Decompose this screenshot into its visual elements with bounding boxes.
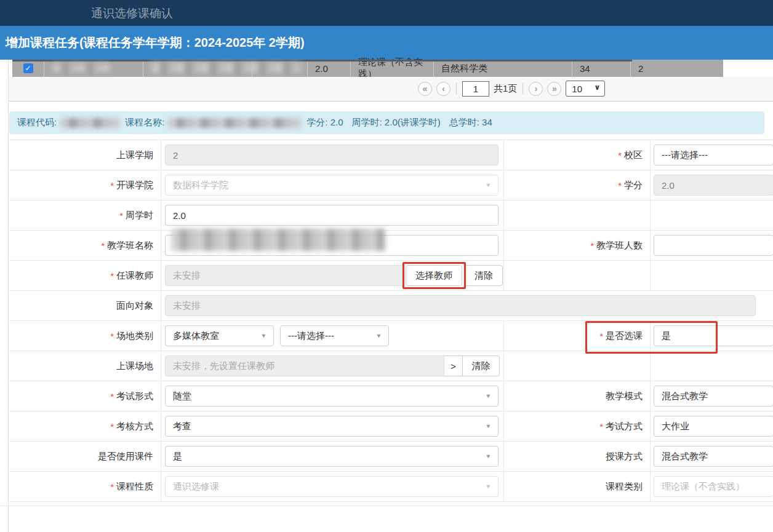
form-row-college-credit: *开课学院 数据科学学院▼ *学分 2.0 — [9, 170, 773, 200]
checkmark-icon: ✓ — [25, 65, 31, 72]
weekly-hours-input[interactable]: 2.0 — [165, 205, 499, 226]
required-marker: * — [618, 150, 622, 161]
course-type-cell: 理论课（不含实践） — [351, 60, 434, 77]
credit-cell: 2.0 — [308, 60, 351, 77]
exam-method-select[interactable]: 大作业 — [654, 416, 773, 437]
semester-cell: 2 — [631, 60, 723, 77]
venue-expand-button[interactable]: > — [444, 355, 463, 376]
dropdown-arrow-icon: ▼ — [260, 333, 266, 339]
venue-clear-button[interactable]: 清除 — [463, 355, 500, 376]
delivery-method-select[interactable]: 混合式教学 — [654, 446, 773, 467]
course-code-label: 课程代码: — [17, 117, 57, 129]
required-marker: * — [618, 180, 622, 191]
page-size-select[interactable]: 10 ∨ — [566, 81, 605, 97]
class-name-label: 教学班名称 — [107, 240, 153, 252]
form-row-exam-form-teaching-mode: *考试形式 随堂▼ 教学模式 混合式教学 — [9, 381, 773, 411]
prev-page-icon: ‹ — [442, 84, 445, 93]
required-marker: * — [119, 210, 123, 221]
last-page-button[interactable]: » — [547, 82, 561, 96]
required-marker: * — [110, 271, 114, 281]
teaching-mode-select[interactable]: 混合式教学 — [654, 386, 773, 407]
pagination: « ‹ 共1页 › » 10 ∨ — [418, 81, 605, 97]
form-row-class-name-size: *教学班名称 *教学班人数 — [9, 231, 773, 261]
audience-input: 未安排 — [165, 295, 756, 316]
exam-method-label: 考试方式 — [606, 421, 643, 432]
venue-type-select-2[interactable]: ---请选择---▼ — [280, 325, 389, 346]
table-top-border — [12, 60, 632, 62]
row-checkbox-cell: ✓ — [12, 60, 44, 77]
app-topbar: 通识选修课确认 — [0, 0, 773, 26]
weekly-hours-text: 周学时: 2.0(讲课学时) — [352, 117, 441, 129]
next-page-button[interactable]: › — [529, 82, 543, 96]
course-category-label: 课程类别 — [606, 481, 643, 493]
audience-label: 面向对象 — [116, 300, 153, 312]
page-size-value: 10 — [572, 84, 582, 94]
course-name-label: 课程名称: — [125, 117, 164, 129]
total-hours-text: 总学时: 34 — [449, 117, 492, 129]
prev-page-button[interactable]: ‹ — [436, 82, 451, 96]
annotation-box-select-teacher — [403, 262, 466, 289]
teacher-input: 未安排 — [165, 265, 403, 286]
form-row-audience: 面向对象 未安排 — [9, 291, 773, 321]
last-page-icon: » — [552, 84, 557, 93]
form-row-semester-campus: 上课学期 2 *校区 ---请选择--- — [9, 140, 773, 170]
redacted-course-code — [53, 64, 110, 72]
panel-left-border — [8, 60, 9, 532]
page: 通识选修课确认 增加课程任务(课程任务学年学期：2024-2025年 2学期) … — [0, 0, 773, 532]
redacted-course-name — [151, 63, 301, 73]
course-nature-label: 课程性质 — [116, 481, 153, 493]
venue-type-select-1[interactable]: 多媒体教室▼ — [165, 325, 274, 346]
dropdown-arrow-icon: ▼ — [485, 453, 491, 459]
annotation-box-elective — [585, 321, 718, 354]
course-info-bar: 课程代码: 课程名称: 学分: 2.0 周学时: 2.0(讲课学时) 总学时: … — [9, 111, 764, 134]
class-size-input[interactable] — [654, 235, 773, 256]
assess-method-select[interactable]: 考查▼ — [165, 416, 499, 437]
credit-text: 学分: 2.0 — [306, 117, 343, 129]
required-marker: * — [110, 180, 114, 191]
form-row-venue: 上课场地 未安排，先设置任课教师 > 清除 — [9, 351, 773, 381]
clear-teacher-button[interactable]: 清除 — [465, 265, 503, 286]
campus-label: 校区 — [624, 149, 643, 161]
use-courseware-label: 是否使用课件 — [98, 451, 153, 463]
row-checkbox[interactable]: ✓ — [23, 63, 33, 73]
college-select: 数据科学学院▼ — [165, 175, 499, 196]
course-nature-select: 通识选修课▼ — [165, 476, 499, 497]
form-row-assess-exam-method: *考核方式 考查▼ *考试方式 大作业 — [9, 411, 773, 442]
required-marker: * — [110, 391, 114, 402]
dropdown-arrow-icon: ▼ — [485, 393, 491, 399]
credit-input: 2.0 — [654, 175, 773, 196]
course-category-input: 理论课（不含实践） — [654, 476, 773, 497]
required-marker: * — [101, 240, 105, 251]
required-marker: * — [599, 421, 603, 432]
form-row-courseware-delivery: 是否使用课件 是▼ 授课方式 混合式教学 — [9, 442, 773, 472]
form-row-teacher: *任课教师 未安排 选择教师 清除 — [9, 261, 773, 291]
exam-form-select[interactable]: 随堂▼ — [165, 386, 499, 407]
required-marker: * — [110, 421, 114, 432]
delivery-method-label: 授课方式 — [606, 451, 643, 463]
required-marker: * — [590, 240, 594, 251]
pagination-band: « ‹ 共1页 › » 10 ∨ — [9, 77, 773, 101]
campus-select[interactable]: ---请选择--- — [654, 145, 773, 165]
exam-form-label: 考试形式 — [116, 391, 153, 402]
bottom-divider — [0, 506, 773, 506]
pager-divider — [523, 82, 523, 95]
form-row-weekly-hours: *周学时 2.0 — [9, 200, 773, 231]
pager-divider — [456, 82, 457, 95]
use-courseware-select[interactable]: 是▼ — [165, 446, 499, 467]
first-page-button[interactable]: « — [418, 82, 432, 96]
required-marker: * — [110, 331, 114, 341]
course-table-row[interactable]: ✓ 2.0 理论课（不含实践） 自然科学类 34 2 — [12, 60, 723, 77]
page-number-input[interactable] — [462, 81, 489, 97]
redacted-info-course-code — [60, 118, 119, 128]
venue-input: 未安排，先设置任课教师 — [165, 355, 444, 376]
teaching-mode-label: 教学模式 — [606, 391, 643, 402]
required-marker: * — [110, 482, 114, 492]
college-label: 开课学院 — [116, 180, 153, 191]
class-size-label: 教学班人数 — [596, 240, 643, 252]
dropdown-arrow-icon: ▼ — [485, 483, 491, 490]
chevron-down-icon: ∨ — [595, 83, 601, 92]
dialog-header: 增加课程任务(课程任务学年学期：2024-2025年 2学期) — [0, 26, 773, 60]
dropdown-arrow-icon: ▼ — [485, 423, 491, 429]
total-hours-cell: 34 — [572, 60, 631, 77]
semester-label: 上课学期 — [116, 149, 153, 161]
